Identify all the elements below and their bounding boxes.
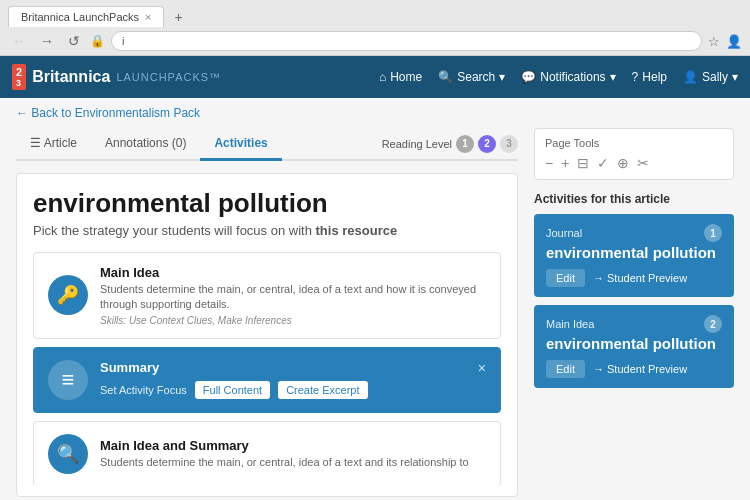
address-bar: ← → ↺ 🔒 ☆ 👤 (0, 27, 750, 55)
selected-controls: Set Activity Focus Full Content Create E… (100, 381, 466, 399)
zoom-in-icon[interactable]: + (561, 155, 569, 171)
star-icon[interactable]: ☆ (708, 34, 720, 49)
article-subtitle: Pick the strategy your students will foc… (33, 223, 501, 238)
result-card-type-journal: Journal 1 (546, 224, 722, 242)
set-focus-label: Set Activity Focus (100, 384, 187, 396)
tabs: ☰ Article Annotations (0) Activities Rea… (16, 128, 518, 161)
student-preview-link-main-idea[interactable]: → Student Preview (593, 363, 687, 375)
help-icon: ? (632, 70, 639, 84)
browser-chrome: Britannica LaunchPacks × + ← → ↺ 🔒 ☆ 👤 (0, 0, 750, 56)
create-excerpt-button[interactable]: Create Excerpt (278, 381, 367, 399)
activity-icon-main-idea-summary: 🔍 (48, 434, 88, 474)
back-button[interactable]: ← (8, 31, 30, 51)
activity-skills-main-idea: Skills: Use Context Clues, Make Inferenc… (100, 315, 486, 326)
refresh-button[interactable]: ↺ (64, 31, 84, 51)
result-card-title-journal: environmental pollution (546, 244, 722, 261)
search-icon: 🔍 (438, 70, 453, 84)
result-card-badge-2: 2 (704, 315, 722, 333)
user-menu[interactable]: 👤 Sally ▾ (683, 70, 738, 84)
reading-level-3-badge[interactable]: 3 (500, 135, 518, 153)
new-tab-button[interactable]: + (168, 7, 188, 27)
edit-button-main-idea[interactable]: Edit (546, 360, 585, 378)
logo-sub: 3 (16, 78, 22, 88)
tab-bar: Britannica LaunchPacks × + (0, 0, 750, 27)
reading-level: Reading Level 1 2 3 (382, 135, 518, 153)
forward-button[interactable]: → (36, 31, 58, 51)
activity-icon-main-idea: 🔑 (48, 275, 88, 315)
student-preview-link-journal[interactable]: → Student Preview (593, 272, 687, 284)
activity-card-main-idea: 🔑 Main Idea Students determine the main,… (33, 252, 501, 339)
card-close-icon[interactable]: × (478, 360, 486, 376)
activity-info-summary: Summary Set Activity Focus Full Content … (100, 360, 466, 399)
help-link[interactable]: ? Help (632, 70, 667, 84)
notifications-label: Notifications (540, 70, 605, 84)
address-input[interactable] (111, 31, 702, 51)
activities-sidebar-title: Activities for this article (534, 192, 734, 206)
zoom-out-icon[interactable]: − (545, 155, 553, 171)
logo-text: 2 (16, 66, 22, 78)
left-panel: ☰ Article Annotations (0) Activities Rea… (16, 128, 518, 500)
article-subtitle-text: Pick the strategy your students will foc… (33, 223, 312, 238)
activities-sidebar: Activities for this article Journal 1 en… (534, 192, 734, 388)
activity-icon-summary: ≡ (48, 360, 88, 400)
tab-annotations-label: Annotations (0) (105, 136, 186, 150)
search-label: Search (457, 70, 495, 84)
breadcrumb: Back to Environmentalism Pack (0, 98, 750, 128)
scissors-icon[interactable]: ✂ (637, 155, 649, 171)
reading-level-1-badge[interactable]: 1 (456, 135, 474, 153)
result-card-type-main-idea: Main Idea 2 (546, 315, 722, 333)
help-label: Help (642, 70, 667, 84)
activity-card-main-idea-summary: 🔍 Main Idea and Summary Students determi… (33, 421, 501, 486)
tab-activities-label: Activities (214, 136, 267, 150)
check-icon[interactable]: ✓ (597, 155, 609, 171)
brand-sub: LAUNCHPACKS™ (116, 71, 221, 83)
tab-article[interactable]: ☰ Article (16, 128, 91, 161)
reading-level-label: Reading Level (382, 138, 452, 150)
home-link[interactable]: ⌂ Home (379, 70, 422, 84)
edit-button-journal[interactable]: Edit (546, 269, 585, 287)
activity-name-summary: Summary (100, 360, 466, 375)
tab-close-icon[interactable]: × (145, 11, 151, 23)
notifications-icon: 💬 (521, 70, 536, 84)
globe-icon[interactable]: ⊕ (617, 155, 629, 171)
breadcrumb-link[interactable]: Back to Environmentalism Pack (16, 106, 200, 120)
tab-title: Britannica LaunchPacks (21, 11, 139, 23)
tab-article-label: Article (44, 136, 77, 150)
home-icon: ⌂ (379, 70, 386, 84)
user-avatar-icon: 👤 (683, 70, 698, 84)
nav-links: ⌂ Home 🔍 Search ▾ 💬 Notifications ▾ ? He… (379, 70, 738, 84)
reading-level-2-badge[interactable]: 2 (478, 135, 496, 153)
full-content-button[interactable]: Full Content (195, 381, 270, 399)
list-icon: ☰ (30, 136, 41, 150)
tab-annotations[interactable]: Annotations (0) (91, 128, 200, 161)
main-layout: ☰ Article Annotations (0) Activities Rea… (0, 128, 750, 500)
notifications-link[interactable]: 💬 Notifications ▾ (521, 70, 615, 84)
activity-desc-main-idea-summary: Students determine the main, or central,… (100, 455, 486, 470)
result-card-actions-journal: Edit → Student Preview (546, 269, 722, 287)
home-label: Home (390, 70, 422, 84)
activity-result-card-main-idea: Main Idea 2 environmental pollution Edit… (534, 305, 734, 388)
notifications-arrow: ▾ (610, 70, 616, 84)
result-card-badge-1: 1 (704, 224, 722, 242)
browser-tab[interactable]: Britannica LaunchPacks × (8, 6, 164, 27)
top-nav: 2 3 Britannica LAUNCHPACKS™ ⌂ Home 🔍 Sea… (0, 56, 750, 98)
article-header: environmental pollution Pick the strateg… (16, 173, 518, 497)
user-icon[interactable]: 👤 (726, 34, 742, 49)
activity-info-main-idea: Main Idea Students determine the main, o… (100, 265, 486, 326)
article-subtitle-bold: this resource (316, 223, 398, 238)
brand-logo: 2 3 (12, 64, 26, 90)
right-panel: Page Tools − + ⊟ ✓ ⊕ ✂ Activities for th… (534, 128, 734, 500)
brand-name: Britannica (32, 68, 110, 86)
user-arrow: ▾ (732, 70, 738, 84)
page-tools-box: Page Tools − + ⊟ ✓ ⊕ ✂ (534, 128, 734, 180)
activity-name-main-idea: Main Idea (100, 265, 486, 280)
result-card-title-main-idea: environmental pollution (546, 335, 722, 352)
activity-name-main-idea-summary: Main Idea and Summary (100, 438, 486, 453)
tab-activities[interactable]: Activities (200, 128, 281, 161)
article-title: environmental pollution (33, 188, 501, 219)
result-card-type-label-main-idea: Main Idea (546, 318, 594, 330)
search-link[interactable]: 🔍 Search ▾ (438, 70, 505, 84)
activity-desc-main-idea: Students determine the main, or central,… (100, 282, 486, 313)
print-icon[interactable]: ⊟ (577, 155, 589, 171)
brand: 2 3 Britannica LAUNCHPACKS™ (12, 64, 379, 90)
